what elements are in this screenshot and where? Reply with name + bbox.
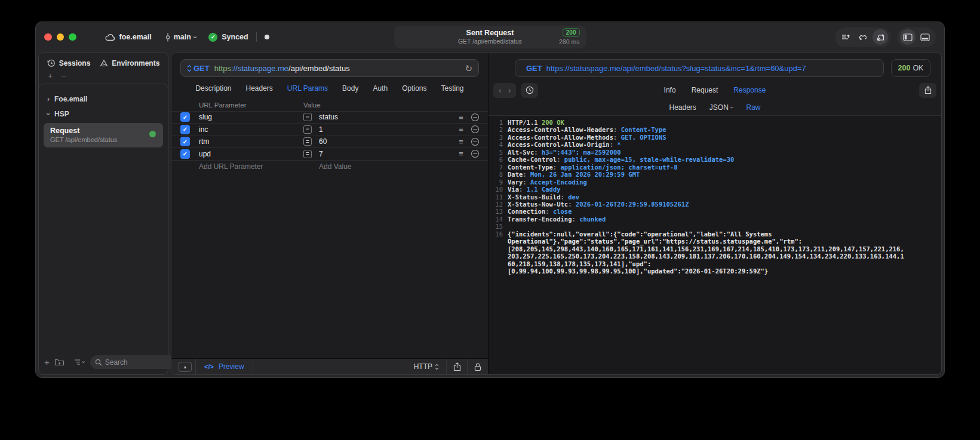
footer-right-actions: HTTP xyxy=(407,359,488,374)
tab-options[interactable]: Options xyxy=(402,84,426,93)
tree-group-hsp[interactable]: › HSP xyxy=(39,106,168,121)
tab-response[interactable]: Response xyxy=(733,86,766,94)
tab-info[interactable]: Info xyxy=(664,86,676,94)
reorder-handle-icon[interactable]: ≡ xyxy=(453,113,469,122)
sync-branches-button[interactable] xyxy=(855,29,871,45)
subtab-headers[interactable]: Headers xyxy=(669,103,696,112)
line-number: 8 xyxy=(489,171,508,178)
param-value-field[interactable]: 7 xyxy=(319,150,453,158)
chevron-down-icon: › xyxy=(729,106,736,109)
recording-dot-icon[interactable] xyxy=(265,35,270,40)
new-folder-button[interactable] xyxy=(54,358,64,367)
preview-button[interactable]: </> Preview xyxy=(204,362,244,371)
param-value-field[interactable]: 1 xyxy=(319,125,453,134)
response-header-line: 5Alt-Svc: h3=":443"; ma=2592000 xyxy=(489,149,941,156)
tree-group-foe-email[interactable]: › Foe.email xyxy=(39,91,168,106)
param-name-field[interactable]: upd xyxy=(199,150,303,158)
request-url-input[interactable]: https://statuspage.me/api/embed/status xyxy=(214,64,350,73)
sort-requests-button[interactable] xyxy=(838,29,853,45)
sidebar-bottom-toolbar: + xyxy=(39,352,168,374)
new-request-button[interactable]: + xyxy=(44,358,50,367)
project-name: foe.email xyxy=(119,33,152,41)
request-list-item-selected[interactable]: Request GET /api/embed/status xyxy=(44,123,163,147)
remove-param-icon[interactable] xyxy=(469,137,481,146)
lock-request-button[interactable] xyxy=(468,359,488,374)
response-nav-row: ‹ › Info Request Response xyxy=(489,81,941,99)
tab-headers[interactable]: Headers xyxy=(245,84,272,93)
header-name: Alt-Svc xyxy=(508,149,534,156)
line-number xyxy=(489,253,508,260)
method-selector[interactable]: GET xyxy=(187,64,210,73)
remove-session-button[interactable]: − xyxy=(61,71,66,81)
sort-filter-button[interactable] xyxy=(74,358,85,366)
branch-switcher[interactable]: main › xyxy=(165,33,197,42)
sent-request-summary[interactable]: Sent Request GET /api/embed/status 200 2… xyxy=(394,26,586,48)
sidebar-add-remove: + − xyxy=(39,70,168,81)
reorder-handle-icon[interactable]: ≡ xyxy=(453,149,469,158)
remove-param-icon[interactable] xyxy=(469,113,481,122)
request-url-bar[interactable]: GET https://statuspage.me/api/embed/stat… xyxy=(180,59,479,77)
resend-request-icon[interactable]: ↻ xyxy=(465,64,472,73)
minimize-window-button[interactable] xyxy=(57,33,64,41)
line-number: 3 xyxy=(489,134,508,141)
equals-operator-icon[interactable]: = xyxy=(303,150,312,158)
column-header-value: Value xyxy=(303,101,453,109)
line-number: 1 xyxy=(489,119,508,126)
tab-body[interactable]: Body xyxy=(342,84,358,93)
tab-description[interactable]: Description xyxy=(195,84,231,93)
param-checkbox[interactable]: ✓ xyxy=(180,137,190,146)
sent-request-url[interactable]: GEThttps://statuspage.me/api/embed/statu… xyxy=(515,59,884,77)
expand-panel-button[interactable]: ▲ xyxy=(179,362,192,372)
response-header-line: 10Via: 1.1 Caddy xyxy=(489,186,941,193)
tab-request[interactable]: Request xyxy=(692,86,718,94)
param-checkbox[interactable]: ✓ xyxy=(180,149,190,159)
equals-operator-icon[interactable]: = xyxy=(303,125,312,134)
line-number: 10 xyxy=(489,186,508,193)
toggle-left-panel-button[interactable] xyxy=(900,29,916,45)
add-param-value-placeholder[interactable]: Add Value xyxy=(319,162,453,171)
subtab-json[interactable]: JSON › xyxy=(709,103,733,112)
json-body-text: {"incidents":null,"overall":{"code":"ope… xyxy=(508,230,772,238)
response-line: 1HTTP/1.1 200 OK xyxy=(489,119,941,126)
request-summary-path: GET /api/embed/status xyxy=(458,38,522,45)
sync-status[interactable]: ✓ Synced xyxy=(208,33,248,42)
equals-operator-icon[interactable]: = xyxy=(303,113,312,121)
param-name-field[interactable]: slug xyxy=(199,113,303,121)
add-param-name-placeholder[interactable]: Add URL Parameter xyxy=(199,162,303,171)
line-number: 2 xyxy=(489,126,508,133)
layout-toggle-group xyxy=(897,27,936,47)
reorder-handle-icon[interactable]: ≡ xyxy=(453,125,469,134)
chevron-down-icon: › xyxy=(191,36,200,38)
tab-url-params[interactable]: URL Params xyxy=(287,84,328,93)
reorder-handle-icon[interactable]: ≡ xyxy=(453,137,469,146)
tab-auth[interactable]: Auth xyxy=(373,84,388,93)
subtab-raw[interactable]: Raw xyxy=(746,103,761,112)
check-circle-icon: ✓ xyxy=(208,33,217,42)
protocol-selector[interactable]: HTTP xyxy=(414,362,439,371)
param-checkbox[interactable]: ✓ xyxy=(180,112,190,122)
param-value-field[interactable]: status xyxy=(319,113,453,121)
tab-environments[interactable]: Environments xyxy=(100,59,159,67)
response-raw-view[interactable]: 1HTTP/1.1 200 OK 2Access-Control-Allow-H… xyxy=(489,115,941,374)
tab-testing[interactable]: Testing xyxy=(441,84,464,93)
tab-sessions[interactable]: Sessions xyxy=(47,59,91,67)
url-host: ://statuspage.me xyxy=(231,64,288,73)
updown-chevrons-icon xyxy=(435,364,439,370)
zoom-window-button[interactable] xyxy=(69,33,76,41)
line-number xyxy=(489,245,508,253)
param-checkbox[interactable]: ✓ xyxy=(180,125,190,134)
updown-chevrons-icon xyxy=(187,64,192,72)
import-request-button[interactable] xyxy=(873,29,888,45)
project-switcher[interactable]: foe.email xyxy=(105,33,152,41)
equals-operator-icon[interactable]: = xyxy=(303,137,312,146)
request-summary-status: 200 280 ms xyxy=(559,28,579,45)
param-value-field[interactable]: 60 xyxy=(319,137,453,146)
remove-param-icon[interactable] xyxy=(469,125,481,134)
param-name-field[interactable]: inc xyxy=(199,125,303,134)
param-name-field[interactable]: rtm xyxy=(199,137,303,146)
toggle-bottom-panel-button[interactable] xyxy=(917,29,933,45)
add-session-button[interactable]: + xyxy=(48,71,53,81)
close-window-button[interactable] xyxy=(44,33,52,41)
remove-param-icon[interactable] xyxy=(469,149,481,158)
share-request-button[interactable] xyxy=(447,359,467,374)
